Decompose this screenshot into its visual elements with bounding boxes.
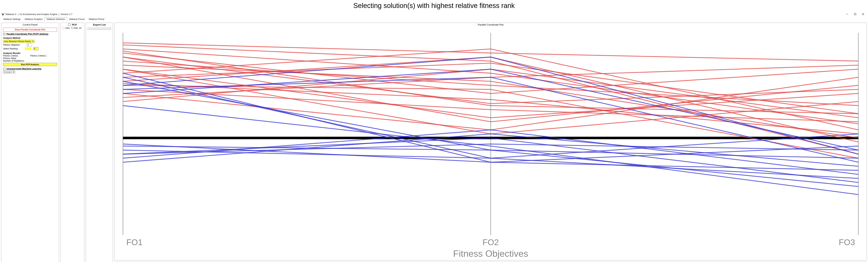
app-window: Wallacei X | An Evolutionary and Analyti… — [0, 12, 868, 262]
fitness-objective-label: Fitness Objective — [3, 43, 25, 46]
maximize-button[interactable] — [853, 12, 857, 16]
export-list-panel: Export List — [86, 23, 113, 262]
tabstrip: Wallacei Settings Wallacei Analytics Wal… — [1, 17, 867, 21]
pcp-list-header: PCP — [72, 23, 77, 26]
page-title: Selecting solution(s) with highest relat… — [0, 0, 868, 12]
app-version: Version 2.7 — [61, 13, 72, 16]
svg-text:Fitness Objectives: Fitness Objectives — [453, 249, 528, 259]
uml-method-value: Kmeans — [4, 71, 11, 73]
analysis-results-label: Analysis Results — [3, 52, 57, 55]
uml-method-dropdown[interactable]: Kmeans — [3, 70, 15, 74]
close-button[interactable] — [861, 12, 865, 16]
minimize-button[interactable] — [845, 12, 849, 16]
control-panel: Control Panel Draw Parallel Coordinate P… — [1, 23, 59, 262]
svg-rect-1 — [855, 13, 856, 15]
app-name: Wallacei X — [5, 13, 17, 16]
plot-area[interactable]: FO1FO2FO3Fitness Objectives — [115, 26, 867, 260]
chevron-down-icon — [32, 41, 34, 42]
pcp-header-checkbox[interactable] — [68, 24, 70, 26]
tab-selection[interactable]: Wallacei Selection — [45, 17, 67, 21]
fitness-criteria-value: Fitness Criteria 1 — [30, 55, 47, 57]
app-icon — [1, 13, 4, 16]
analysis-results-block: Fitness Criteria:Fitness Criteria 1 Fitn… — [3, 55, 57, 62]
pcp-list-panel: PCP Gen. 7 | Indv. 10 — [60, 23, 84, 262]
analysis-method-value: ence Between Fitness Ranks — [4, 40, 31, 42]
fitness-criteria-key: Fitness Criteria: — [3, 55, 30, 57]
svg-text:FO2: FO2 — [483, 238, 499, 247]
control-panel-header: Control Panel — [1, 23, 59, 27]
parallel-coordinate-plot-panel: Parallel Coordinate Plot FO1FO2FO3Fitnes… — [115, 23, 867, 260]
tab-forum[interactable]: Wallacei Forum — [67, 17, 87, 21]
draw-pcp-button[interactable]: Draw Parallel Coordinate Plot — [3, 28, 57, 32]
uml-checkbox[interactable] — [3, 68, 5, 70]
tab-analytics[interactable]: Wallacei Analytics — [23, 17, 45, 21]
plot-header: Parallel Coordinate Plot — [115, 23, 867, 26]
run-pcp-analysis-button[interactable]: Run PCP Analysis — [3, 63, 57, 66]
pcp-item-checkbox[interactable] — [62, 27, 64, 29]
app-subtitle: An Evolutionary and Analytic Engine — [20, 13, 57, 16]
export-list-header: Export List — [86, 23, 113, 27]
tab-settings[interactable]: Wallacei Settings — [1, 17, 23, 21]
select-ranking-input[interactable]: 0 — [33, 47, 38, 50]
sep: | — [59, 13, 59, 16]
sep: | — [18, 13, 18, 16]
highlight-block — [25, 47, 31, 50]
pcp-settings-checkbox[interactable]: ✓ — [3, 33, 5, 35]
chevron-down-icon — [13, 72, 14, 72]
select-ranking-label: Select Ranking — [3, 48, 23, 50]
titlebar: Wallacei X | An Evolutionary and Analyti… — [1, 12, 867, 17]
svg-text:FO3: FO3 — [839, 238, 855, 247]
analysis-method-label: Analysis Method — [3, 37, 57, 39]
num-repetitions-key: Number of Repititions: — [3, 60, 30, 62]
pcp-item-label: Gen. 7 | Indv. 10 — [65, 27, 82, 29]
svg-text:FO1: FO1 — [126, 238, 143, 247]
uml-section-label: Unsupervised Machine Learning — [6, 67, 41, 70]
pcp-settings-label: Parallel Coordinate Plot (PCP) Settings — [6, 33, 48, 35]
export-progress-bar — [87, 27, 111, 30]
analysis-method-dropdown[interactable]: ence Between Fitness Ranks — [3, 40, 35, 43]
window-title: Wallacei X | An Evolutionary and Analyti… — [5, 13, 72, 16]
fitness-value-key: Fitness Value: — [3, 57, 30, 60]
tab-primer[interactable]: Wallacei Primer — [87, 17, 106, 21]
fitness-objective-input[interactable]: 1 — [27, 43, 32, 47]
